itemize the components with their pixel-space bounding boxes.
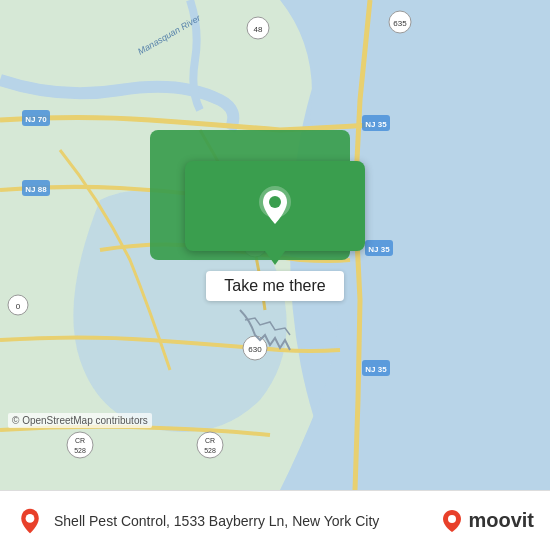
svg-point-22: [67, 432, 93, 458]
svg-text:630: 630: [248, 345, 262, 354]
moovit-text: moovit: [468, 509, 534, 532]
svg-text:NJ 35: NJ 35: [365, 365, 387, 374]
moovit-logo: moovit: [440, 509, 534, 533]
bottom-bar: Shell Pest Control, 1533 Bayberry Ln, Ne…: [0, 490, 550, 550]
svg-text:635: 635: [393, 19, 407, 28]
svg-text:NJ 88: NJ 88: [25, 185, 47, 194]
address-label: Shell Pest Control, 1533 Bayberry Ln, Ne…: [54, 513, 440, 529]
svg-text:NJ 70: NJ 70: [25, 115, 47, 124]
svg-text:NJ 35: NJ 35: [368, 245, 390, 254]
popup: Take me there: [185, 161, 365, 301]
svg-text:528: 528: [74, 447, 86, 454]
svg-text:0: 0: [16, 302, 21, 311]
map-attribution: © OpenStreetMap contributors: [8, 413, 152, 428]
svg-text:48: 48: [254, 25, 263, 34]
svg-point-25: [197, 432, 223, 458]
popup-bubble[interactable]: [185, 161, 365, 251]
svg-text:CR: CR: [75, 437, 85, 444]
svg-text:528: 528: [204, 447, 216, 454]
destination-pin-icon: [16, 507, 44, 535]
location-pin-icon: [251, 182, 299, 230]
svg-text:CR: CR: [205, 437, 215, 444]
map-container: NJ 70 NJ 88 0 632 630 48 635 NJ 35 NJ 35…: [0, 0, 550, 490]
svg-text:NJ 35: NJ 35: [365, 120, 387, 129]
svg-point-32: [26, 514, 35, 523]
svg-point-33: [448, 515, 456, 523]
take-me-there-button[interactable]: Take me there: [206, 271, 343, 301]
moovit-logo-icon: [440, 509, 464, 533]
svg-point-31: [269, 196, 281, 208]
